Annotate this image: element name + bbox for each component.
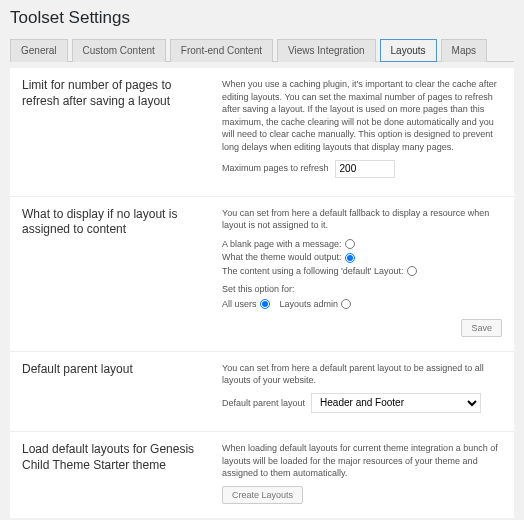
max-pages-input[interactable] (335, 160, 395, 178)
tab-custom-content[interactable]: Custom Content (72, 39, 166, 62)
tab-frontend-content[interactable]: Front-end Content (170, 39, 273, 62)
settings-content: Limit for number of pages to refresh aft… (10, 68, 514, 518)
set-for-label: Set this option for: (222, 283, 502, 296)
opt-blank-radio[interactable] (345, 239, 355, 249)
tab-layouts[interactable]: Layouts (380, 39, 437, 62)
section-limit-title: Limit for number of pages to refresh aft… (22, 78, 202, 182)
section-defaults-title: Load default layouts for Genesis Child T… (22, 442, 202, 504)
opt-theme-label: What the theme would output: (222, 251, 342, 264)
section-defaults: Load default layouts for Genesis Child T… (10, 432, 514, 518)
opt-default-label: The content using a following 'default' … (222, 265, 404, 278)
section-fallback-desc: You can set from here a default fallback… (222, 207, 502, 232)
create-layouts-button[interactable]: Create Layouts (222, 486, 303, 504)
section-parent-title: Default parent layout (22, 362, 202, 417)
users-all-label: All users (222, 298, 257, 311)
save-button[interactable]: Save (461, 319, 502, 337)
tab-views-integration[interactable]: Views Integration (277, 39, 376, 62)
users-admin-radio[interactable] (341, 299, 351, 309)
parent-layout-label: Default parent layout (222, 397, 305, 410)
opt-theme-radio[interactable] (345, 253, 355, 263)
parent-layout-select[interactable]: Header and Footer (311, 393, 481, 413)
tabs-bar: General Custom Content Front-end Content… (10, 38, 514, 62)
opt-blank-label: A blank page with a message: (222, 238, 342, 251)
section-limit-desc: When you use a caching plugin, it's impo… (222, 78, 502, 154)
section-fallback-title: What to display if no layout is assigned… (22, 207, 202, 337)
section-fallback: What to display if no layout is assigned… (10, 197, 514, 352)
section-parent-desc: You can set from here a default parent l… (222, 362, 502, 387)
opt-default-radio[interactable] (407, 266, 417, 276)
tab-maps[interactable]: Maps (441, 39, 487, 62)
section-defaults-desc: When loading default layouts for current… (222, 442, 502, 480)
page-title: Toolset Settings (10, 4, 514, 38)
section-limit: Limit for number of pages to refresh aft… (10, 68, 514, 197)
tab-general[interactable]: General (10, 39, 68, 62)
users-admin-label: Layouts admin (280, 298, 339, 311)
max-pages-label: Maximum pages to refresh (222, 162, 329, 175)
section-parent: Default parent layout You can set from h… (10, 352, 514, 432)
users-all-radio[interactable] (260, 299, 270, 309)
